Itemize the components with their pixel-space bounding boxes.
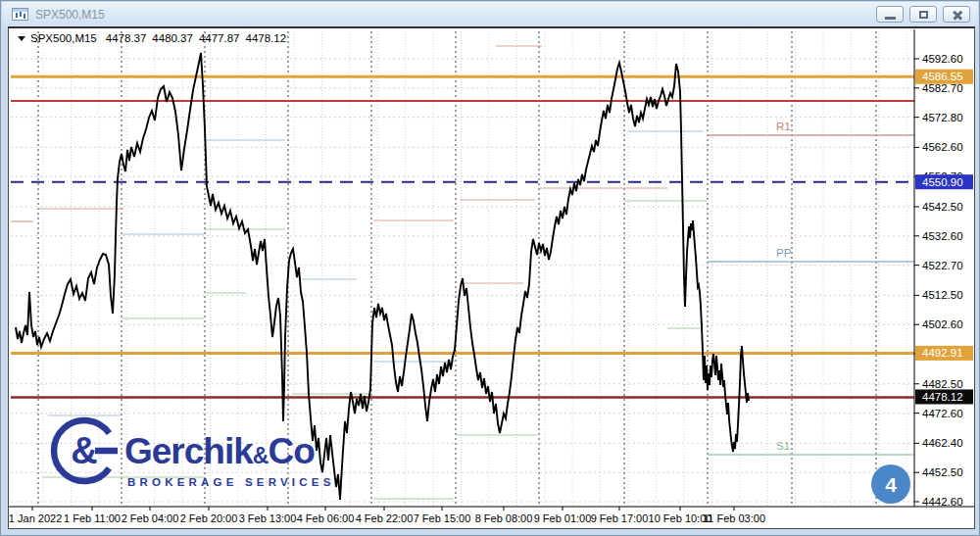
time-axis-label: 2 Feb 04:00: [122, 512, 179, 524]
pivot-label-s1: S1: [776, 440, 790, 452]
pivot-label-r1: R1: [776, 121, 791, 132]
close-icon: [953, 11, 962, 21]
time-axis-label: 31 Jan 2022: [9, 512, 62, 524]
restore-button[interactable]: [909, 6, 937, 23]
price-axis-label: 4542.50: [922, 201, 963, 213]
logo-wordmark: Gerchik&Co: [124, 431, 315, 471]
time-axis-label: 7 Feb 15:00: [414, 512, 471, 524]
ohlc-readout: SPX500,M154478.374480.374477.874478.12: [30, 32, 286, 44]
window-controls: [876, 6, 970, 23]
time-axis-label: 9 Feb 17:00: [591, 512, 649, 524]
price-axis-label: 4522.70: [922, 260, 963, 271]
price-badge-value: 4550.90: [922, 176, 963, 188]
time-axis-label: 8 Feb 08:00: [475, 512, 533, 524]
price-axis-label: 4472.60: [922, 408, 963, 419]
price-axis-label: 4512.50: [922, 289, 963, 301]
chart-window-icon: [12, 8, 28, 21]
pivot-label-pp: PP: [776, 247, 792, 259]
price-axis-label: 4562.60: [922, 141, 963, 153]
price-axis-label: 4572.80: [922, 112, 963, 123]
price-axis-label: 4462.40: [922, 437, 963, 449]
window-titlebar[interactable]: SPX500,M15: [2, 2, 978, 26]
price-axis-label: 4532.60: [922, 230, 963, 242]
mt4-chart-window: SPX500,M15 R1PPS1 & Gerchik&Co BROKERAGE…: [0, 0, 980, 536]
price-badge-value: 4586.55: [922, 71, 963, 82]
logo-subtitle: BROKERAGE SERVICES: [127, 476, 335, 488]
price-badge-value: 4492.91: [922, 347, 963, 359]
price-axis-label: 4482.50: [922, 378, 963, 390]
price-axis-label: 4452.50: [922, 466, 963, 478]
broker-logo: & Gerchik&Co BROKERAGE SERVICES: [54, 420, 334, 488]
price-axis-label: 4502.60: [922, 318, 963, 330]
time-axis-label: 2 Feb 20:00: [180, 512, 238, 524]
time-axis-label: 4 Feb 06:00: [297, 512, 355, 524]
close-button[interactable]: [943, 6, 970, 23]
chart-client-area: R1PPS1 & Gerchik&Co BROKERAGE SERVICES S…: [8, 26, 975, 529]
time-axis-label: 1 Feb 11:00: [64, 512, 121, 524]
minimize-button[interactable]: [876, 6, 904, 23]
window-title: SPX500,M15: [35, 8, 105, 22]
restore-icon: [919, 11, 928, 19]
time-axis-label: 4 Feb 22:00: [356, 512, 414, 524]
price-axis-label: 4442.60: [922, 496, 963, 508]
time-axis-label: 3 Feb 13:00: [239, 512, 297, 524]
page-marker-number: 4: [885, 473, 897, 496]
price-chart[interactable]: R1PPS1 & Gerchik&Co BROKERAGE SERVICES S…: [9, 28, 974, 529]
time-axis-label: 11 Feb 03:00: [703, 512, 765, 524]
price-axis-label: 4592.60: [922, 53, 963, 65]
price-badge-value: 4478.12: [922, 391, 963, 403]
page-marker[interactable]: 4: [871, 464, 910, 504]
logo-emblem-ampersand: &: [71, 430, 97, 471]
minimize-icon: [885, 17, 896, 20]
symbol-triangle-icon: [18, 36, 25, 41]
chart-header: SPX500,M154478.374480.374477.874478.12: [18, 32, 286, 44]
time-axis-label: 9 Feb 01:00: [534, 512, 592, 524]
